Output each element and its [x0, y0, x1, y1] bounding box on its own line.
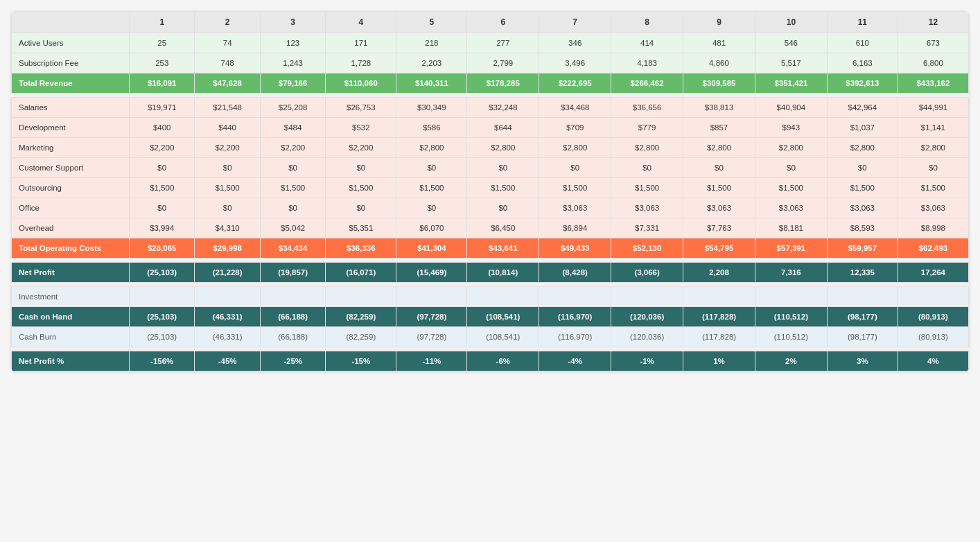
- cash-burn-v4: (82,259): [326, 327, 396, 347]
- customer-support-v9: $0: [683, 158, 755, 178]
- office-label: Office: [12, 198, 130, 218]
- customer-support-v4: $0: [326, 158, 396, 178]
- outsourcing-v2: $1,500: [195, 178, 260, 198]
- total-revenue-v2: $47,628: [195, 73, 260, 94]
- customer-support-label: Customer Support: [12, 158, 130, 178]
- active-users-v7: 346: [539, 33, 611, 53]
- net-profit-label: Net Profit: [12, 263, 130, 283]
- cash-burn-v7: (116,970): [539, 327, 611, 347]
- overhead-v8: $7,331: [611, 218, 683, 238]
- investment-v1: [130, 287, 195, 307]
- salaries-v8: $36,656: [611, 98, 683, 118]
- office-v7: $3,063: [539, 198, 611, 218]
- financial-table: 1 2 3 4 5 6 7 8 9 10 11 12 Active Users …: [11, 11, 969, 371]
- cash-burn-v1: (25,103): [130, 327, 195, 347]
- net-profit-v6: (10,814): [467, 263, 539, 283]
- net-profit-v5: (15,469): [396, 263, 467, 283]
- net-profit-pct-v2: -45%: [195, 351, 260, 371]
- investment-v9: [683, 287, 755, 307]
- outsourcing-v5: $1,500: [396, 178, 467, 198]
- development-v12: $1,141: [898, 118, 968, 138]
- total-operating-costs-v10: $57,391: [755, 238, 827, 259]
- outsourcing-v6: $1,500: [467, 178, 539, 198]
- overhead-v11: $8,593: [827, 218, 898, 238]
- marketing-v8: $2,800: [611, 138, 683, 158]
- customer-support-v2: $0: [195, 158, 260, 178]
- salaries-v2: $21,548: [195, 98, 260, 118]
- office-v12: $3,063: [898, 198, 968, 218]
- outsourcing-v1: $1,500: [130, 178, 195, 198]
- office-v10: $3,063: [755, 198, 827, 218]
- subscription-fee-v1: 253: [130, 53, 195, 73]
- office-v9: $3,063: [683, 198, 755, 218]
- development-v7: $709: [539, 118, 611, 138]
- net-profit-v9: 2,208: [683, 263, 755, 283]
- development-v3: $484: [260, 118, 325, 138]
- cash-burn-v2: (46,331): [195, 327, 260, 347]
- overhead-v6: $6,450: [467, 218, 539, 238]
- overhead-row: Overhead $3,994 $4,310 $5,042 $5,351 $6,…: [12, 218, 969, 238]
- overhead-v9: $7,763: [683, 218, 755, 238]
- header-month-12: 12: [898, 12, 968, 33]
- net-profit-pct-v8: -1%: [611, 351, 683, 371]
- investment-v5: [396, 287, 467, 307]
- header-month-7: 7: [539, 12, 611, 33]
- net-profit-v8: (3,066): [611, 263, 683, 283]
- active-users-v9: 481: [683, 33, 755, 53]
- active-users-v2: 74: [195, 33, 260, 53]
- investment-v10: [755, 287, 827, 307]
- customer-support-v6: $0: [467, 158, 539, 178]
- subscription-fee-v4: 1,728: [326, 53, 396, 73]
- cash-on-hand-v1: (25,103): [130, 307, 195, 327]
- overhead-v5: $6,070: [396, 218, 467, 238]
- office-v3: $0: [260, 198, 325, 218]
- outsourcing-v9: $1,500: [683, 178, 755, 198]
- total-revenue-v3: $79,166: [260, 73, 325, 94]
- cash-burn-v6: (108,541): [467, 327, 539, 347]
- header-month-8: 8: [611, 12, 683, 33]
- cash-burn-row: Cash Burn (25,103) (46,331) (66,188) (82…: [12, 327, 969, 347]
- total-operating-costs-v3: $34,434: [260, 238, 325, 259]
- active-users-v5: 218: [396, 33, 467, 53]
- net-profit-v3: (19,857): [260, 263, 325, 283]
- salaries-v3: $25,208: [260, 98, 325, 118]
- customer-support-row: Customer Support $0 $0 $0 $0 $0 $0 $0 $0…: [12, 158, 969, 178]
- marketing-v10: $2,800: [755, 138, 827, 158]
- customer-support-v1: $0: [130, 158, 195, 178]
- marketing-v1: $2,200: [130, 138, 195, 158]
- net-profit-v2: (21,228): [195, 263, 260, 283]
- header-label-col: [12, 12, 130, 33]
- total-revenue-v10: $351,421: [755, 73, 827, 94]
- total-operating-costs-v1: $28,065: [130, 238, 195, 259]
- total-operating-costs-row: Total Operating Costs $28,065 $29,998 $3…: [12, 238, 969, 259]
- development-row: Development $400 $440 $484 $532 $586 $64…: [12, 118, 969, 138]
- cash-burn-label: Cash Burn: [12, 327, 130, 347]
- subscription-fee-v9: 4,860: [683, 53, 755, 73]
- header-month-3: 3: [260, 12, 325, 33]
- customer-support-v10: $0: [755, 158, 827, 178]
- investment-v11: [827, 287, 898, 307]
- total-operating-costs-v9: $54,795: [683, 238, 755, 259]
- marketing-row: Marketing $2,200 $2,200 $2,200 $2,200 $2…: [12, 138, 969, 158]
- marketing-v3: $2,200: [260, 138, 325, 158]
- header-month-6: 6: [467, 12, 539, 33]
- subscription-fee-label: Subscription Fee: [12, 53, 130, 73]
- salaries-v10: $40,904: [755, 98, 827, 118]
- customer-support-v5: $0: [396, 158, 467, 178]
- overhead-v7: $6,894: [539, 218, 611, 238]
- total-revenue-v6: $178,285: [467, 73, 539, 94]
- total-revenue-v11: $392,613: [827, 73, 898, 94]
- outsourcing-v12: $1,500: [898, 178, 968, 198]
- net-profit-pct-v9: 1%: [683, 351, 755, 371]
- cash-burn-v8: (120,036): [611, 327, 683, 347]
- customer-support-v8: $0: [611, 158, 683, 178]
- investment-v8: [611, 287, 683, 307]
- header-month-2: 2: [195, 12, 260, 33]
- net-profit-pct-v11: 3%: [827, 351, 898, 371]
- subscription-fee-v6: 2,799: [467, 53, 539, 73]
- office-v11: $3,063: [827, 198, 898, 218]
- office-v4: $0: [326, 198, 396, 218]
- cash-on-hand-v12: (80,913): [898, 307, 968, 327]
- cash-on-hand-v3: (66,188): [260, 307, 325, 327]
- net-profit-pct-label: Net Profit %: [12, 351, 130, 371]
